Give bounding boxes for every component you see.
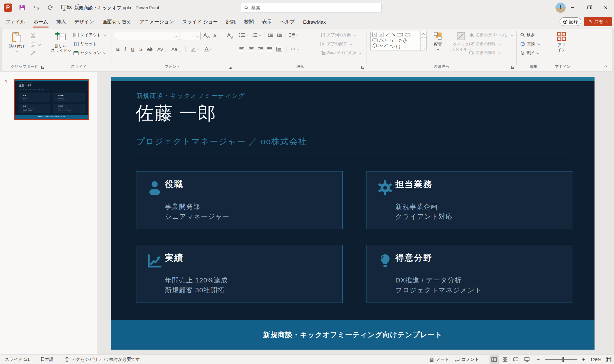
format-painter-button[interactable] [30, 50, 36, 57]
align-center-button[interactable] [248, 47, 254, 51]
card-body[interactable]: 事業開発部シニアマネージャー [165, 202, 229, 221]
save-button[interactable] [18, 4, 26, 12]
paragraph-dialog-launcher[interactable] [361, 66, 365, 69]
distribute-text-button[interactable] [276, 47, 282, 51]
gallery-scroll-down[interactable] [421, 37, 426, 44]
columns-button[interactable] [290, 47, 299, 51]
tab-record[interactable]: 記録 [222, 15, 240, 28]
slide-subtitle-text[interactable]: プロジェクトマネージャー ／ oo株式会社 [136, 136, 307, 147]
font-color-button[interactable]: A [204, 46, 212, 51]
clear-formatting-button[interactable]: A [227, 32, 233, 39]
reading-view-button[interactable] [511, 355, 521, 364]
text-shadow-button[interactable]: S [139, 46, 142, 52]
card-body[interactable]: DX推進 / データ分析プロジェクトマネジメント [395, 275, 482, 295]
font-name-combo[interactable] [115, 32, 179, 40]
align-right-button[interactable] [258, 47, 263, 51]
fit-to-window-button[interactable] [606, 357, 611, 362]
tab-edrawmax[interactable]: EdrawMax [299, 15, 330, 28]
slide-canvas[interactable]: 新規商談・キックオフミーティング 佐藤 一郎 プロジェクトマネージャー ／ oo… [111, 77, 594, 350]
slide-thumbnail[interactable]: 新規商談・キックオフミーティング 佐藤 一郎 プロジェクトマネージャー ／ oo… [14, 79, 89, 120]
decrease-indent-button[interactable] [268, 33, 273, 37]
slide-indicator[interactable]: スライド 1/1 [5, 357, 30, 362]
character-spacing-button[interactable]: AV [157, 46, 166, 52]
bold-button[interactable]: B [116, 46, 120, 52]
normal-view-button[interactable] [489, 355, 499, 364]
card-title[interactable]: 役職 [165, 178, 183, 190]
strikethrough-button[interactable]: ab [147, 46, 153, 52]
line-spacing-button[interactable] [289, 33, 298, 37]
card-body[interactable]: 年間売上 120%達成新規顧客 30社開拓 [165, 275, 228, 295]
underline-button[interactable]: U [131, 46, 134, 52]
new-slide-button[interactable]: 新しい スライド [51, 31, 70, 53]
slide-sorter-view-button[interactable] [500, 355, 510, 364]
zoom-out-button[interactable]: − [537, 357, 540, 362]
notes-button[interactable]: ノート [429, 357, 449, 362]
gallery-scroll-up[interactable] [421, 31, 426, 37]
collapse-ribbon-button[interactable] [605, 63, 607, 69]
font-size-combo[interactable] [181, 32, 201, 40]
tab-design[interactable]: デザイン [70, 15, 98, 28]
shape-outline-button[interactable]: 図形の枠線 [469, 40, 501, 48]
tab-transitions[interactable]: 画面切り替え [98, 15, 136, 28]
powerpoint-logo-icon[interactable]: P [4, 4, 12, 12]
increase-font-size-button[interactable]: A [203, 32, 209, 39]
paste-button[interactable]: 貼り付け [9, 31, 25, 52]
quick-styles-button[interactable]: クイック スタイル [451, 31, 471, 52]
section-button[interactable]: セクション [73, 49, 106, 57]
convert-smartart-button[interactable]: SmartArt に変換 [320, 49, 361, 57]
zoom-in-button[interactable]: + [582, 357, 585, 362]
copy-button[interactable] [30, 41, 40, 48]
shape-effects-button[interactable]: 図形の効果 [469, 49, 501, 57]
highlight-color-button[interactable] [190, 46, 199, 52]
card-title[interactable]: 実績 [165, 252, 183, 264]
find-button[interactable]: 検索 [520, 31, 535, 39]
shape-fill-button[interactable]: 図形の塗りつぶし [469, 31, 513, 39]
zoom-slider[interactable] [545, 359, 577, 360]
tab-file[interactable]: ファイル [1, 15, 29, 28]
card-achievements[interactable]: 実績 年間売上 120%達成新規顧客 30社開拓 [136, 245, 343, 303]
italic-button[interactable]: I [125, 46, 126, 52]
restore-button[interactable] [581, 0, 597, 15]
justify-button[interactable] [267, 47, 272, 51]
language-indicator[interactable]: 日本語 [41, 357, 54, 362]
search-box[interactable] [241, 3, 382, 12]
share-button[interactable]: 共有 [584, 17, 612, 26]
select-button[interactable]: 選択 [520, 49, 539, 57]
shapes-gallery[interactable]: A A { } [370, 31, 427, 51]
redo-button[interactable] [46, 4, 54, 12]
search-input[interactable] [251, 5, 378, 10]
clipboard-dialog-launcher[interactable] [41, 66, 44, 69]
slide-eyebrow-text[interactable]: 新規商談・キックオフミーティング [136, 92, 245, 100]
card-duties[interactable]: 担当業務 新規事業企画クライアント対応 [367, 171, 573, 229]
tab-animations[interactable]: アニメーション [135, 15, 178, 28]
card-title[interactable]: 得意分野 [395, 252, 432, 264]
addins-button[interactable]: アドイン [556, 31, 567, 52]
slideshow-view-button[interactable] [522, 355, 532, 364]
tab-insert[interactable]: 挿入 [52, 15, 70, 28]
decrease-font-size-button[interactable]: A [213, 33, 219, 38]
reset-button[interactable]: リセット [73, 40, 97, 48]
increase-indent-button[interactable] [277, 33, 282, 37]
minimize-button[interactable] [564, 0, 581, 15]
record-button[interactable]: 記録 [560, 17, 581, 26]
arrange-button[interactable]: 配置 [433, 31, 443, 50]
comments-button[interactable]: コメント [455, 357, 479, 362]
accessibility-status[interactable]: アクセシビリティ: 検討が必要です [64, 357, 140, 362]
card-role[interactable]: 役職 事業開発部シニアマネージャー [136, 171, 343, 229]
layout-button[interactable]: レイアウト [73, 31, 106, 39]
drawing-dialog-launcher[interactable] [511, 66, 514, 69]
numbering-button[interactable]: 123 [252, 33, 261, 37]
cut-button[interactable] [30, 32, 36, 39]
bullets-button[interactable] [239, 33, 248, 37]
tab-view[interactable]: 表示 [258, 15, 276, 28]
card-specialties[interactable]: 得意分野 DX推進 / データ分析プロジェクトマネジメント [367, 245, 573, 303]
zoom-level[interactable]: 126% [590, 357, 601, 362]
replace-button[interactable]: b c 置換 [520, 40, 540, 48]
tab-review[interactable]: 校閲 [240, 15, 258, 28]
align-left-button[interactable] [239, 47, 245, 51]
slide-title-text[interactable]: 佐藤 一郎 [136, 101, 217, 126]
tab-slideshow[interactable]: スライド ショー [178, 15, 222, 28]
change-case-button[interactable]: Aa [171, 46, 180, 52]
font-dialog-launcher[interactable] [229, 66, 232, 69]
text-direction-button[interactable]: 文字列の方向 [320, 31, 356, 39]
